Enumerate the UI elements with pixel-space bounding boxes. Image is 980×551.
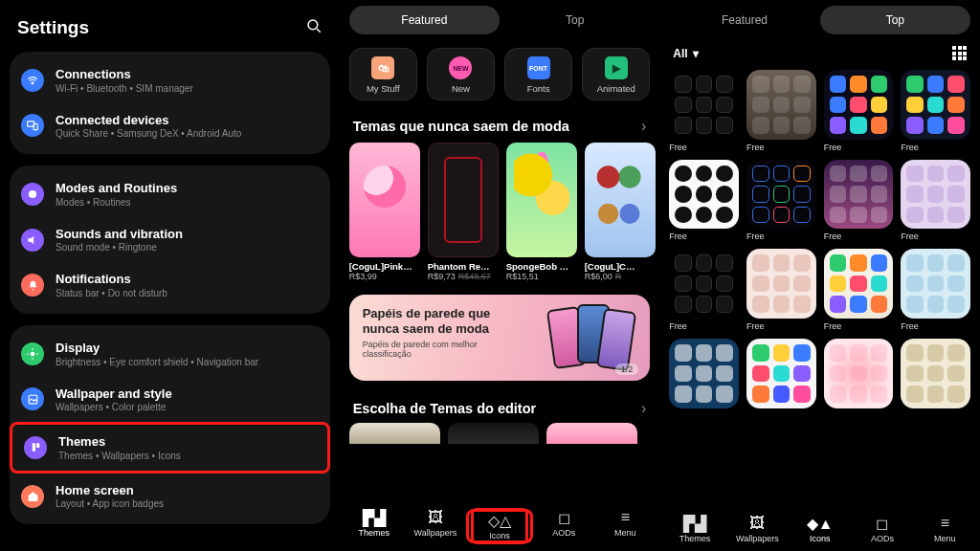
tab-featured[interactable]: Featured bbox=[669, 6, 819, 34]
settings-row-wallpaper[interactable]: Wallpaper and styleWallpapers • Color pa… bbox=[10, 377, 330, 423]
pack-price: Free bbox=[824, 321, 894, 331]
icon-pack[interactable]: Free bbox=[669, 249, 739, 331]
chip-new[interactable]: NEW New bbox=[427, 48, 495, 100]
nav-themes[interactable]: ▛▟ Themes bbox=[344, 509, 405, 543]
settings-group-3: DisplayBrightness • Eye comfort shield •… bbox=[10, 325, 330, 524]
bag-icon: 🛍 bbox=[371, 56, 394, 79]
svg-point-7 bbox=[31, 351, 35, 356]
tab-featured[interactable]: Featured bbox=[349, 6, 500, 34]
icon-pack[interactable]: Free bbox=[746, 160, 816, 242]
chip-fonts[interactable]: FONT Fonts bbox=[504, 48, 572, 100]
store-tabs: Featured Top bbox=[340, 0, 660, 40]
modes-icon bbox=[21, 183, 44, 206]
settings-row-sub: Wallpapers • Color palette bbox=[56, 402, 172, 412]
promo-banner[interactable]: Papéis de parede que nunca saem de moda … bbox=[349, 295, 651, 381]
theme-card[interactable]: [CoguL]C… R$6,00R bbox=[585, 143, 656, 281]
tab-top[interactable]: Top bbox=[500, 6, 650, 34]
nav-menu[interactable]: ≡ Menu bbox=[914, 515, 976, 543]
icon-pack[interactable] bbox=[746, 339, 816, 408]
themes-icon bbox=[24, 436, 47, 459]
settings-row-sub: Status bar • Do not disturb bbox=[56, 288, 167, 298]
theme-price: R$6,00R bbox=[585, 272, 656, 281]
pack-price: Free bbox=[669, 231, 739, 241]
settings-row-title: Display bbox=[56, 341, 258, 356]
icon-pack[interactable]: Free bbox=[746, 249, 816, 331]
icon-pack[interactable]: Free bbox=[824, 160, 894, 242]
chip-my-stuff[interactable]: 🛍 My Stuff bbox=[349, 48, 417, 100]
icon-packs-grid: Free Free Free Free Free Free Free Free … bbox=[659, 66, 980, 462]
pack-price: Free bbox=[746, 143, 816, 152]
settings-row-modes[interactable]: Modes and RoutinesModes • Routines bbox=[10, 171, 330, 217]
icon-pack[interactable]: Free bbox=[901, 70, 970, 152]
banner-illustration bbox=[550, 304, 627, 371]
settings-row-title: Connections bbox=[56, 67, 193, 82]
icon-pack[interactable]: Free bbox=[901, 249, 970, 331]
settings-row-sub: Quick Share • Samsung DeX • Android Auto bbox=[56, 128, 241, 139]
svg-point-0 bbox=[308, 20, 318, 30]
themes-nav-icon: ▛▟ bbox=[663, 515, 725, 532]
pack-price: Free bbox=[901, 231, 970, 241]
menu-nav-icon: ≡ bbox=[914, 515, 976, 532]
wallpapers-nav-icon: 🖼 bbox=[405, 509, 466, 526]
icon-pack[interactable]: Free bbox=[824, 249, 894, 331]
theme-name: SpongeBob … bbox=[506, 261, 577, 272]
settings-row-title: Sounds and vibration bbox=[56, 227, 183, 242]
icon-pack[interactable] bbox=[669, 339, 739, 408]
settings-group-2: Modes and RoutinesModes • Routines Sound… bbox=[10, 165, 330, 314]
chevron-right-icon[interactable]: › bbox=[641, 118, 646, 135]
nav-wallpapers[interactable]: 🖼 Wallpapers bbox=[726, 515, 789, 543]
icon-pack[interactable]: Free bbox=[669, 70, 739, 152]
editor-picks-carousel[interactable] bbox=[340, 423, 660, 444]
theme-thumbnail bbox=[585, 143, 656, 257]
settings-row-display[interactable]: DisplayBrightness • Eye comfort shield •… bbox=[10, 331, 330, 377]
aods-nav-icon: ◻ bbox=[533, 509, 594, 526]
chevron-right-icon[interactable]: › bbox=[641, 400, 646, 417]
settings-row-connections[interactable]: ConnectionsWi-Fi • Bluetooth • SIM manag… bbox=[10, 57, 330, 103]
icon-pack[interactable]: Free bbox=[746, 70, 816, 152]
icon-pack[interactable]: Free bbox=[669, 160, 739, 242]
settings-row-themes[interactable]: ThemesThemes • Wallpapers • Icons bbox=[10, 422, 330, 474]
theme-card[interactable]: Phantom Re… R$9,73R$48,67 bbox=[428, 143, 499, 281]
settings-row-sounds[interactable]: Sounds and vibrationSound mode • Rington… bbox=[10, 217, 330, 263]
nav-aods[interactable]: ◻ AODs bbox=[851, 515, 913, 543]
svg-rect-14 bbox=[36, 444, 39, 449]
nav-wallpapers[interactable]: 🖼 Wallpapers bbox=[405, 509, 466, 543]
nav-themes[interactable]: ▛▟ Themes bbox=[663, 515, 725, 543]
nav-icons[interactable]: ◇△ Icons bbox=[466, 509, 533, 543]
icon-pack[interactable] bbox=[901, 339, 970, 408]
theme-card[interactable]: [CoguL]Pink… R$3,99 bbox=[349, 143, 420, 281]
pack-price: Free bbox=[901, 321, 970, 331]
settings-row-title: Wallpaper and style bbox=[56, 386, 172, 402]
icon-pack[interactable]: Free bbox=[824, 70, 894, 152]
tab-top[interactable]: Top bbox=[820, 6, 970, 34]
nav-icons[interactable]: ◆▲ Icons bbox=[789, 515, 851, 543]
theme-price: R$9,73R$48,67 bbox=[428, 272, 499, 281]
chip-animated[interactable]: ▶ Animated bbox=[582, 48, 650, 100]
theme-price: R$3,99 bbox=[349, 272, 420, 281]
nav-aods[interactable]: ◻ AODs bbox=[533, 509, 594, 543]
icons-nav-icon: ◇△ bbox=[469, 512, 530, 529]
theme-card[interactable]: SpongeBob … R$15,51 bbox=[506, 143, 577, 281]
pack-price: Free bbox=[824, 143, 894, 152]
pack-price: Free bbox=[669, 321, 739, 331]
nav-menu[interactable]: ≡ Menu bbox=[594, 509, 656, 543]
settings-row-home[interactable]: Home screenLayout • App icon badges bbox=[10, 474, 330, 519]
bottom-nav: ▛▟ Themes 🖼 Wallpapers ◇△ Icons ◻ AODs ≡… bbox=[340, 503, 660, 551]
theme-store-screen: Featured Top 🛍 My Stuff NEW New FONT Fon… bbox=[340, 0, 660, 551]
themes-carousel[interactable]: [CoguL]Pink… R$3,99 Phantom Re… R$9,73R$… bbox=[340, 141, 660, 285]
theme-thumbnail bbox=[428, 143, 499, 257]
pack-price: Free bbox=[901, 143, 970, 152]
devices-icon bbox=[21, 114, 44, 137]
settings-screen: Settings ConnectionsWi-Fi • Bluetooth • … bbox=[0, 0, 340, 551]
home-icon bbox=[21, 485, 44, 508]
settings-row-title: Home screen bbox=[56, 483, 164, 498]
icon-pack[interactable] bbox=[824, 339, 894, 408]
search-icon[interactable] bbox=[305, 17, 323, 38]
chip-label: New bbox=[428, 83, 494, 94]
wallpapers-nav-icon: 🖼 bbox=[726, 515, 789, 532]
filter-all-dropdown[interactable]: All ▾ bbox=[673, 47, 698, 60]
grid-view-toggle[interactable] bbox=[952, 46, 967, 60]
settings-row-notifications[interactable]: NotificationsStatus bar • Do not disturb bbox=[10, 262, 330, 308]
settings-row-connected-devices[interactable]: Connected devicesQuick Share • Samsung D… bbox=[10, 103, 330, 149]
icon-pack[interactable]: Free bbox=[901, 160, 970, 242]
